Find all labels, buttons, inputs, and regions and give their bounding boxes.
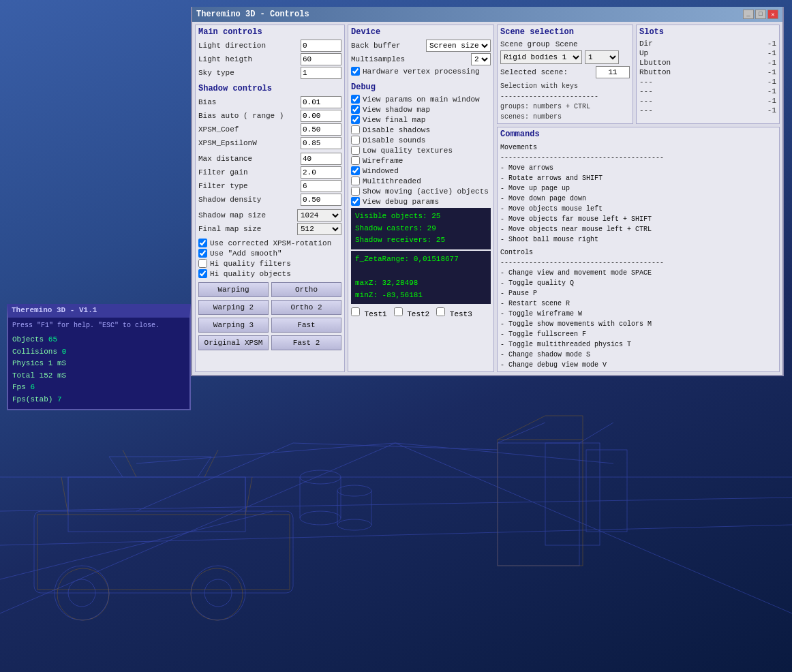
slots-panel: Slots Dir -1 Up -1 Lbutton -1 xyxy=(636,25,780,124)
slot-up-value: -1 xyxy=(739,48,779,58)
multisamples-select[interactable]: 1 2 4 8 xyxy=(471,53,491,65)
device-title: Device xyxy=(348,25,493,39)
small-overlay-window: Theremino 3D - V1.1 Press "F1" for help.… xyxy=(7,304,191,410)
move-down-cmd: - Move down page down xyxy=(500,194,776,204)
svg-line-2 xyxy=(0,525,792,545)
selection-info: Selection with keys --------------------… xyxy=(498,80,633,123)
hi-quality-filters-label: Hi quality filters xyxy=(210,260,291,268)
ortho-button[interactable]: Ortho xyxy=(271,282,341,297)
bias-auto-input[interactable] xyxy=(301,110,341,122)
max-distance-label: Max distance xyxy=(198,155,298,163)
disable-sounds-label: Disable sounds xyxy=(363,136,425,144)
warping2-button[interactable]: Warping 2 xyxy=(198,300,269,315)
multithreaded-checkbox[interactable] xyxy=(351,177,360,185)
light-direction-row: Light direction xyxy=(196,39,344,52)
low-quality-textures-checkbox[interactable] xyxy=(351,146,360,155)
hi-quality-objects-checkbox[interactable] xyxy=(198,269,207,278)
selection-info-line2: ------------------------ xyxy=(500,91,630,102)
slot-rbutton-value: -1 xyxy=(739,67,779,77)
windowed-label: Windowed xyxy=(363,167,399,175)
back-buffer-select[interactable]: Screen size Window size xyxy=(426,40,491,52)
slot-dir-value: -1 xyxy=(739,39,779,48)
multisamples-label: Multisamples xyxy=(351,55,468,63)
light-direction-input[interactable] xyxy=(301,40,341,52)
stat-objects: Objects 65 xyxy=(12,334,185,346)
debug-params-box: f_ZetaRange: 0,01518677 maxZ: 32,28498 m… xyxy=(351,251,491,304)
move-up-cmd: - Move up page up xyxy=(500,183,776,194)
add-smooth-checkbox[interactable] xyxy=(198,249,207,258)
svg-line-28 xyxy=(109,457,123,477)
xpsm-epsilonw-input[interactable] xyxy=(301,137,341,149)
warping-button[interactable]: Warping xyxy=(198,282,269,297)
filter-type-input[interactable] xyxy=(301,180,341,192)
maximize-button[interactable]: □ xyxy=(755,10,766,19)
final-map-size-label: Final map size xyxy=(198,225,294,233)
filter-gain-input[interactable] xyxy=(301,166,341,179)
show-moving-label: Show moving (active) objects xyxy=(363,187,489,196)
scene-group-select[interactable]: Rigid bodies 1 Rigid bodies 2 Soft bodie… xyxy=(500,50,582,64)
view-shadow-map-label: View shadow map xyxy=(363,106,430,114)
svg-line-5 xyxy=(136,443,395,463)
slot-up-label: Up xyxy=(637,48,739,58)
test2-label: Test2 xyxy=(394,307,430,318)
corrected-xpsm-checkbox[interactable] xyxy=(198,239,207,247)
slot-dash2-label: --- xyxy=(637,87,739,96)
show-moving-checkbox[interactable] xyxy=(351,187,360,196)
sky-type-input[interactable] xyxy=(301,67,341,79)
filter-gain-label: Filter gain xyxy=(198,168,298,177)
help-text: Press "F1" for help. "ESC" to close. xyxy=(12,320,185,331)
view-shadow-map-checkbox[interactable] xyxy=(351,105,360,114)
view-debug-params-label: View debug params xyxy=(363,198,439,206)
xpsm-coef-input[interactable] xyxy=(301,123,341,136)
test2-checkbox[interactable] xyxy=(394,307,403,316)
light-height-input[interactable] xyxy=(301,53,341,65)
corrected-xpsm-label: Use corrected XPSM-rotation xyxy=(210,239,331,247)
final-map-size-select[interactable]: 256 512 1024 xyxy=(297,223,341,235)
minimize-button[interactable]: _ xyxy=(743,10,754,19)
hardware-vertex-checkbox[interactable] xyxy=(351,67,360,76)
fast2-button[interactable]: Fast 2 xyxy=(271,335,341,350)
hi-quality-filters-checkbox[interactable] xyxy=(198,259,207,268)
windowed-checkbox[interactable] xyxy=(351,166,360,175)
shoot-ball-cmd: - Shoot ball mouse right xyxy=(500,234,776,245)
shadow-density-input[interactable] xyxy=(301,194,341,206)
fast-button[interactable]: Fast xyxy=(271,318,341,333)
svg-line-6 xyxy=(395,443,613,463)
disable-sounds-checkbox[interactable] xyxy=(351,136,360,144)
view-debug-params-checkbox[interactable] xyxy=(351,197,360,206)
disable-shadows-checkbox[interactable] xyxy=(351,125,360,134)
stat-fps: Fps 6 xyxy=(12,382,185,394)
selected-scene-input[interactable] xyxy=(596,66,630,78)
move-cmd: - Move arrows xyxy=(500,163,776,173)
close-button[interactable]: ✕ xyxy=(767,10,778,19)
test3-label: Test3 xyxy=(436,307,472,318)
slot-row-dash1: --- -1 xyxy=(637,77,779,87)
shadow-map-size-select[interactable]: 512 1024 2048 xyxy=(297,209,341,222)
slots-title: Slots xyxy=(637,25,779,39)
max-distance-input[interactable] xyxy=(301,153,341,165)
scene-select[interactable]: 1 2 3 4 5 xyxy=(585,50,619,64)
test1-checkbox[interactable] xyxy=(351,307,360,316)
debug-param4: minZ: -83,56181 xyxy=(355,290,487,302)
wireframe-checkbox[interactable] xyxy=(351,156,360,165)
svg-line-4 xyxy=(395,443,792,613)
ortho2-button[interactable]: Ortho 2 xyxy=(271,300,341,315)
original-xpsm-button[interactable]: Original XPSM xyxy=(198,335,269,350)
svg-line-35 xyxy=(61,477,68,515)
debug-info-box: Visible objects: 25 Shadow casters: 29 S… xyxy=(351,208,491,249)
shadow-map-size-label: Shadow map size xyxy=(198,211,294,219)
stat-fps-stab: Fps(stab) 7 xyxy=(12,394,185,406)
test3-checkbox[interactable] xyxy=(436,307,445,316)
move-objects-near-cmd: - Move objects near mouse left + CTRL xyxy=(500,224,776,234)
view-params-checkbox[interactable] xyxy=(351,95,360,104)
warping3-button[interactable]: Warping 3 xyxy=(198,318,269,333)
controls-title: Controls xyxy=(500,247,776,258)
bias-auto-label: Bias auto ( range ) xyxy=(198,112,298,120)
slot-dash3-value: -1 xyxy=(739,96,779,106)
stat-total: Total 152 mS xyxy=(12,370,185,382)
final-map-size-row: Final map size 256 512 1024 xyxy=(196,222,344,236)
light-height-label: Light heigth xyxy=(198,55,298,63)
bias-input[interactable] xyxy=(301,96,341,108)
view-final-map-checkbox[interactable] xyxy=(351,115,360,124)
svg-line-29 xyxy=(198,457,211,477)
